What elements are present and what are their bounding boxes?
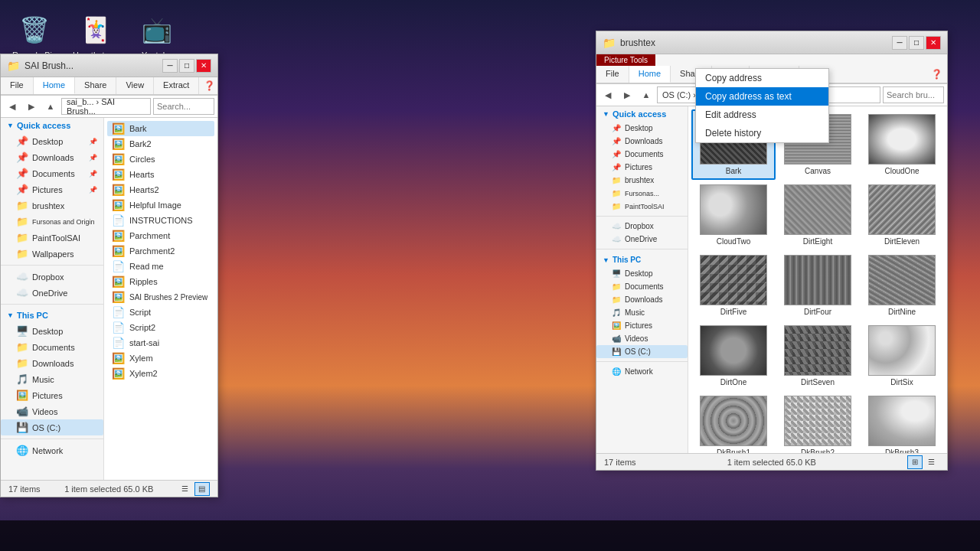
brush-dirteight[interactable]: DirtEight [776,180,860,250]
right-nav-network[interactable]: 🌐Network [596,365,688,378]
file-parchment[interactable]: 🖼️Parchment [107,228,214,243]
file-instructions[interactable]: 📄INSTRUCTIONS [107,213,214,228]
brush-dirtfour[interactable]: DirtFour [776,250,860,321]
nav-dropbox[interactable]: ☁️Dropbox [1,269,103,285]
nav-pc-videos[interactable]: 📹Videos [1,403,103,419]
right-nav-desktop[interactable]: 📌Desktop [596,122,688,135]
file-helpful-image[interactable]: 🖼️Helpful Image [107,197,214,213]
tab-view[interactable]: View [116,77,154,94]
nav-pc-desktop[interactable]: 🖥️Desktop [1,323,103,339]
file-script[interactable]: 📄Script [107,305,214,320]
file-script2[interactable]: 📄Script2 [107,320,214,335]
right-nav-pc-desktop[interactable]: 🖥️Desktop [596,267,688,280]
nav-documents[interactable]: 📌Documents📌 [1,165,103,181]
nav-pictures[interactable]: 📌Pictures📌 [1,181,103,197]
this-pc-header[interactable]: ▼This PC [1,308,103,323]
help-button[interactable]: ❓ [199,77,220,94]
tab-share[interactable]: Share [75,77,116,94]
nav-pc-documents[interactable]: 📁Documents [1,339,103,355]
right-search-input[interactable] [883,86,944,103]
right-nav-pc-osc[interactable]: 💾OS (C:) [596,345,688,358]
minimize-button[interactable]: ─ [162,59,178,73]
search-input[interactable] [153,98,214,115]
nav-brushtex[interactable]: 📁brushtex [1,197,103,214]
right-nav-dropbox[interactable]: ☁️Dropbox [596,220,688,233]
file-circles[interactable]: 🖼️Circles [107,152,214,167]
menu-edit-address[interactable]: Edit address [696,106,828,124]
file-parchment2[interactable]: 🖼️Parchment2 [107,243,214,259]
maximize-button[interactable]: □ [179,59,194,73]
brush-cloudone[interactable]: CloudOne [860,109,944,180]
right-close-button[interactable]: ✕ [926,36,941,50]
right-nav-pc-videos[interactable]: 📹Videos [596,332,688,345]
right-nav-brushtex[interactable]: 📁brushtex [596,174,688,187]
brush-dirtnine[interactable]: DirtNine [860,250,944,321]
nav-pc-osc[interactable]: 💾OS (C:) [1,419,103,435]
back-button[interactable]: ◀ [4,98,21,115]
nav-fursonas[interactable]: 📁Fursonas and Origin [1,214,103,230]
right-maximize-button[interactable]: □ [909,36,924,50]
tab-file[interactable]: File [1,77,34,94]
nav-pc-music[interactable]: 🎵Music [1,371,103,387]
right-nav-pc-documents[interactable]: 📁Documents [596,280,688,293]
right-nav-pictures[interactable]: 📌Pictures [596,161,688,174]
right-nav-fursonas[interactable]: 📁Fursonas... [596,187,688,200]
brush-dirtsix[interactable]: DirtSix [860,321,944,391]
right-list-view-button[interactable]: ☰ [924,455,939,469]
file-start-sai[interactable]: 📄start-sai [107,335,214,350]
file-bark[interactable]: 🖼️Bark [107,121,214,136]
file-bark2[interactable]: 🖼️Bark2 [107,136,214,152]
brush-dirtone[interactable]: DirtOne [691,321,776,391]
right-tab-home[interactable]: Home [629,66,671,83]
close-button[interactable]: ✕ [196,59,211,73]
right-nav-onedrive[interactable]: ☁️OneDrive [596,233,688,246]
brush-dirtseven[interactable]: DirtSeven [776,321,860,391]
file-xylem[interactable]: 🖼️Xylem [107,350,214,366]
right-nav-downloads[interactable]: 📌Downloads [596,135,688,148]
address-path[interactable]: sai_b... › SAI Brush... [61,98,151,115]
file-hearts2[interactable]: 🖼️Hearts2 [107,182,214,197]
right-help-button[interactable]: ❓ [926,66,947,83]
brush-dk3[interactable]: DkBrush3 [860,391,944,453]
file-readme[interactable]: 📄Read me [107,259,214,274]
right-nav-pc-music[interactable]: 🎵Music [596,306,688,319]
list-view-button[interactable]: ☰ [178,482,193,496]
brush-dirteleven[interactable]: DirtEleven [860,180,944,250]
file-xylem2[interactable]: 🖼️Xylem2 [107,366,214,381]
menu-copy-address-text[interactable]: Copy address as text [696,87,828,106]
menu-copy-address[interactable]: Copy address [696,69,828,87]
right-this-pc-header[interactable]: ▼This PC [596,253,688,267]
nav-downloads[interactable]: 📌Downloads📌 [1,149,103,165]
right-up-button[interactable]: ▲ [638,86,655,103]
right-nav-pc-pictures[interactable]: 🖼️Pictures [596,319,688,332]
tab-home[interactable]: Home [34,77,75,94]
file-sai-brushes-preview[interactable]: 🖼️SAI Brushes 2 Preview [107,289,214,305]
right-quick-access-header[interactable]: ▼ Quick access [596,106,688,122]
quick-access-header[interactable]: ▼ Quick access [1,118,103,133]
right-nav-pc-downloads[interactable]: 📁Downloads [596,293,688,306]
nav-onedrive[interactable]: ☁️OneDrive [1,285,103,301]
nav-wallpapers[interactable]: 📁Wallpapers [1,246,103,262]
right-nav-documents[interactable]: 📌Documents [596,148,688,161]
brush-dk1[interactable]: DkBrush1 [691,391,776,453]
brush-cloudtwo[interactable]: CloudTwo [691,180,776,250]
right-minimize-button[interactable]: ─ [892,36,907,50]
nav-pc-pictures[interactable]: 🖼️Pictures [1,387,103,403]
brush-dk2[interactable]: DkBrush2 [776,391,860,453]
file-hearts[interactable]: 🖼️Hearts [107,167,214,182]
menu-delete-history[interactable]: Delete history [696,124,828,142]
file-ripples[interactable]: 🖼️Ripples [107,274,214,289]
forward-button[interactable]: ▶ [23,98,40,115]
brush-dirtfive[interactable]: DirtFive [691,250,776,321]
tab-extract[interactable]: Extract [154,77,199,94]
nav-desktop[interactable]: 📌Desktop📌 [1,133,103,149]
up-button[interactable]: ▲ [42,98,59,115]
right-forward-button[interactable]: ▶ [619,86,635,103]
nav-pc-downloads[interactable]: 📁Downloads [1,355,103,371]
right-back-button[interactable]: ◀ [599,86,616,103]
right-nav-painttoolsai[interactable]: 📁PaintToolSAI [596,200,688,213]
right-grid-view-button[interactable]: ⊞ [907,455,923,469]
right-tab-file[interactable]: File [596,66,629,83]
details-view-button[interactable]: ▤ [194,482,210,496]
nav-network[interactable]: 🌐Network [1,442,103,458]
